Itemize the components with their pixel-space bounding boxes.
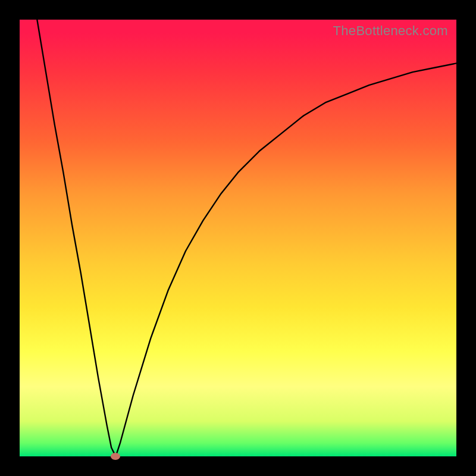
chart-container: TheBottleneck.com: [0, 0, 476, 476]
chart-curve: [20, 20, 456, 456]
chart-marker: [111, 453, 120, 460]
chart-plot-area: TheBottleneck.com: [20, 20, 456, 456]
